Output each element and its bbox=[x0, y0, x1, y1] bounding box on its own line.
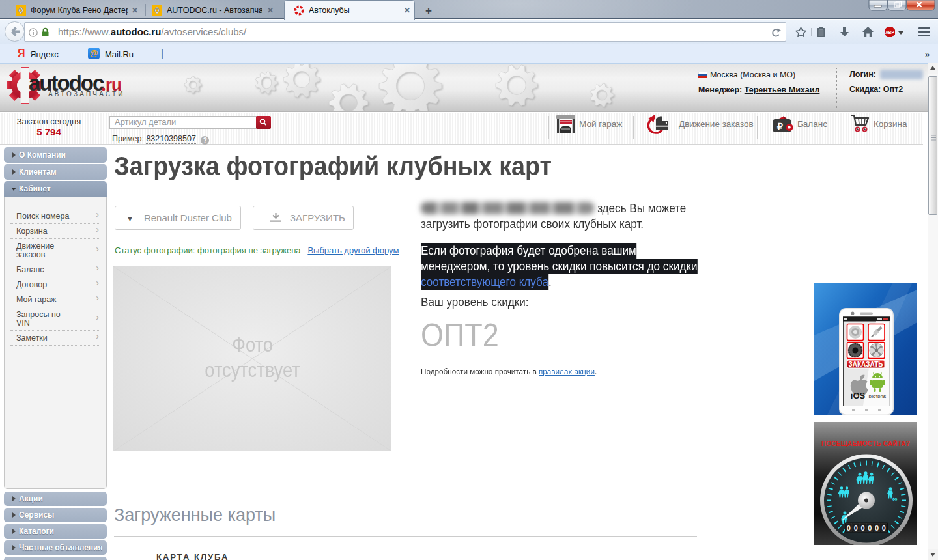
svg-text:android: android bbox=[869, 393, 887, 399]
svg-text:0: 0 bbox=[860, 524, 864, 532]
svg-text:ЗАКАЗАТЬ: ЗАКАЗАТЬ bbox=[848, 361, 883, 368]
svg-text:АВТОЗАПЧАСТИ: АВТОЗАПЧАСТИ bbox=[48, 91, 125, 98]
svg-text:0: 0 bbox=[875, 524, 879, 532]
svg-text:∞: ∞ bbox=[892, 495, 898, 503]
svg-text:0: 0 bbox=[854, 524, 858, 532]
svg-text:₽: ₽ bbox=[777, 121, 783, 132]
svg-text:0: 0 bbox=[882, 524, 886, 532]
svg-text:0: 0 bbox=[847, 524, 851, 532]
svg-text:ABP: ABP bbox=[885, 30, 894, 35]
svg-text:0: 0 bbox=[868, 524, 872, 532]
svg-text:iOS: iOS bbox=[851, 391, 866, 400]
